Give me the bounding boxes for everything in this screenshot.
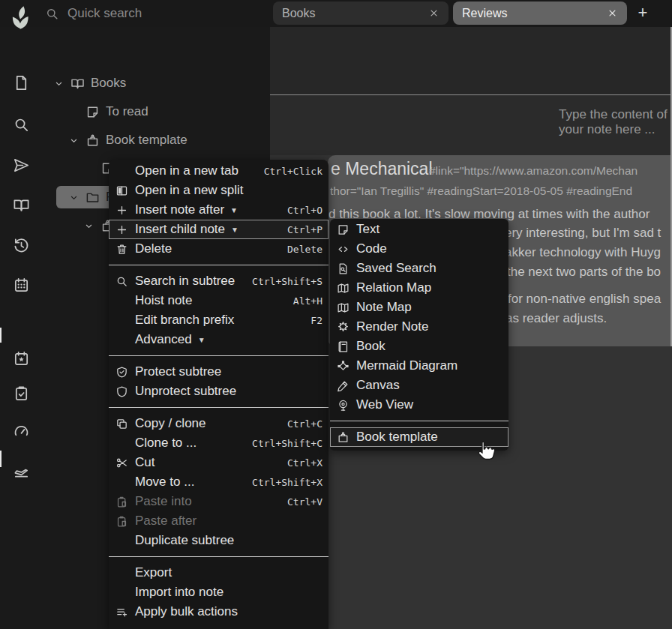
note-editor[interactable]: Type the content of your note here ...: [270, 95, 672, 155]
search-icon[interactable]: [13, 116, 31, 134]
note-icon: [334, 223, 351, 236]
menu-item-search-in-subtree[interactable]: Search in subtreeCtrl+Shift+S: [109, 271, 328, 291]
menu-item-protect-subtree[interactable]: Protect subtree: [109, 362, 328, 382]
close-tab-icon[interactable]: [428, 7, 440, 19]
submenu-item-note-map[interactable]: Note Map: [330, 298, 508, 317]
launcher-bar: [0, 27, 42, 629]
tab-label: Reviews: [462, 7, 507, 20]
travel-icon[interactable]: [13, 462, 31, 480]
menu-item-edit-branch-prefix[interactable]: Edit branch prefixF2: [109, 310, 328, 330]
tab-reviews[interactable]: Reviews: [453, 1, 627, 25]
open-book-icon[interactable]: [13, 196, 31, 214]
shield-check-icon: [113, 366, 130, 379]
submenu-item-text[interactable]: Text: [330, 220, 508, 239]
menu-item-cut[interactable]: CutCtrl+X: [109, 453, 328, 472]
submenu-item-book[interactable]: Book: [330, 337, 508, 356]
code-icon: [334, 243, 351, 256]
menu-item-unprotect-subtree[interactable]: Unprotect subtree: [109, 382, 328, 401]
tree-context-menu: Open in a new tabCtrl+ClickOpen in a new…: [109, 160, 328, 629]
menu-item-clone-to[interactable]: Clone to ...Ctrl+Shift+C: [109, 433, 328, 453]
menu-item-paste-after: Paste after: [109, 511, 328, 531]
jump-to-note-icon[interactable]: [13, 157, 31, 175]
shield-icon: [113, 385, 130, 398]
submenu-item-relation-map[interactable]: Relation Map: [330, 278, 508, 298]
card-text: for non-native english spea: [508, 292, 661, 307]
chevron-down-icon[interactable]: [81, 220, 96, 232]
new-tab-button[interactable]: +: [634, 0, 652, 25]
menu-item-label: Insert child note: [135, 222, 225, 237]
menu-item-label: Unprotect subtree: [135, 384, 236, 399]
chevron-down-icon[interactable]: [66, 192, 81, 203]
package-icon: [84, 133, 100, 148]
shortcut-label: Alt+H: [293, 295, 322, 307]
menu-item-apply-bulk-actions[interactable]: Apply bulk actions: [109, 602, 328, 622]
menu-item-duplicate-subtree[interactable]: Duplicate subtree: [109, 531, 328, 550]
menu-item-label: Paste into: [135, 494, 192, 509]
menu-item-open-in-a-new-split[interactable]: Open in a new split: [109, 181, 328, 200]
menu-item-label: Text: [356, 222, 380, 237]
submenu-item-canvas[interactable]: Canvas: [330, 376, 508, 395]
submenu-item-code[interactable]: Code: [330, 239, 508, 259]
menu-item-advanced[interactable]: Advanced▼: [109, 330, 328, 349]
tab-books[interactable]: Books: [273, 1, 448, 25]
menu-item-label: Apply bulk actions: [135, 604, 238, 619]
shortcut-label: Ctrl+Shift+S: [252, 276, 322, 287]
tree-item-books[interactable]: Books: [51, 72, 126, 94]
menu-item-label: Advanced: [135, 332, 192, 347]
menu-item-delete[interactable]: DeleteDelete: [109, 239, 328, 259]
chevron-down-icon[interactable]: [51, 78, 66, 89]
card-text: akker technology with Huyg: [505, 245, 661, 260]
menu-divider: [109, 556, 328, 557]
split-icon: [113, 184, 130, 197]
calendar-star-icon[interactable]: [13, 350, 31, 368]
trash-icon: [113, 243, 130, 256]
menu-divider: [330, 421, 508, 421]
shortcut-label: Ctrl+Shift+X: [252, 477, 322, 488]
trilium-window: Quick search Books Reviews + BooksTo rea…: [0, 0, 672, 629]
menu-item-label: Insert note after: [135, 202, 224, 217]
tree-item-to-read[interactable]: To read: [66, 100, 148, 123]
menu-item-hoist-note[interactable]: Hoist noteAlt+H: [109, 291, 328, 310]
webview-icon: [334, 399, 351, 412]
menu-item-import-into-note[interactable]: Import into note: [109, 583, 328, 602]
submenu-item-web-view[interactable]: Web View: [330, 395, 508, 415]
edge-mark: [0, 451, 2, 467]
menu-item-label: Duplicate subtree: [135, 533, 234, 548]
card-text: ery interesting, but I'm sad t: [505, 226, 661, 241]
menu-item-insert-child-note[interactable]: Insert child note▼Ctrl+P: [109, 220, 328, 239]
menu-item-label: Book template: [356, 430, 438, 445]
tree-item-book-template[interactable]: Book template: [66, 129, 188, 151]
caret-down-icon: ▼: [230, 206, 238, 214]
menu-item-label: Cut: [135, 455, 154, 470]
menu-item-export[interactable]: Export: [109, 563, 328, 583]
submenu-item-render-note[interactable]: Render Note: [330, 317, 508, 337]
submenu-item-saved-search[interactable]: Saved Search: [330, 259, 508, 278]
menu-item-label: Hoist note: [135, 293, 193, 308]
new-note-icon[interactable]: [13, 74, 31, 92]
menu-divider: [109, 407, 328, 408]
tree-item-label: Books: [91, 76, 126, 91]
tasks-icon[interactable]: [13, 385, 31, 403]
card-text: #link="https://www.amazon.com/Mechan: [429, 164, 638, 178]
menu-item-label: Export: [135, 565, 172, 580]
menu-item-insert-note-after[interactable]: Insert note after▼Ctrl+O: [109, 200, 328, 220]
menu-item-open-in-a-new-tab[interactable]: Open in a new tabCtrl+Click: [109, 161, 328, 181]
menu-item-label: Search in subtree: [135, 274, 235, 289]
menu-item-move-to[interactable]: Move to ...Ctrl+Shift+X: [109, 472, 328, 492]
submenu-item-mermaid-diagram[interactable]: Mermaid Diagram: [330, 356, 508, 376]
menu-item-label: Book: [356, 339, 386, 354]
app-logo-icon: [6, 3, 34, 31]
calendar-icon[interactable]: [13, 277, 31, 295]
history-icon[interactable]: [13, 237, 31, 255]
book-icon: [334, 340, 351, 353]
close-tab-icon[interactable]: [607, 7, 618, 19]
package-icon: [334, 431, 351, 444]
dashboard-icon[interactable]: [13, 422, 31, 440]
quick-search-input[interactable]: Quick search: [68, 6, 142, 21]
menu-item-copy-clone[interactable]: Copy / cloneCtrl+C: [109, 414, 328, 433]
menu-item-label: Open in a new split: [135, 183, 244, 198]
shortcut-label: Ctrl+C: [287, 418, 322, 430]
shortcut-label: F2: [310, 315, 322, 326]
shortcut-label: Ctrl+Shift+C: [252, 438, 322, 449]
chevron-down-icon[interactable]: [66, 135, 81, 146]
